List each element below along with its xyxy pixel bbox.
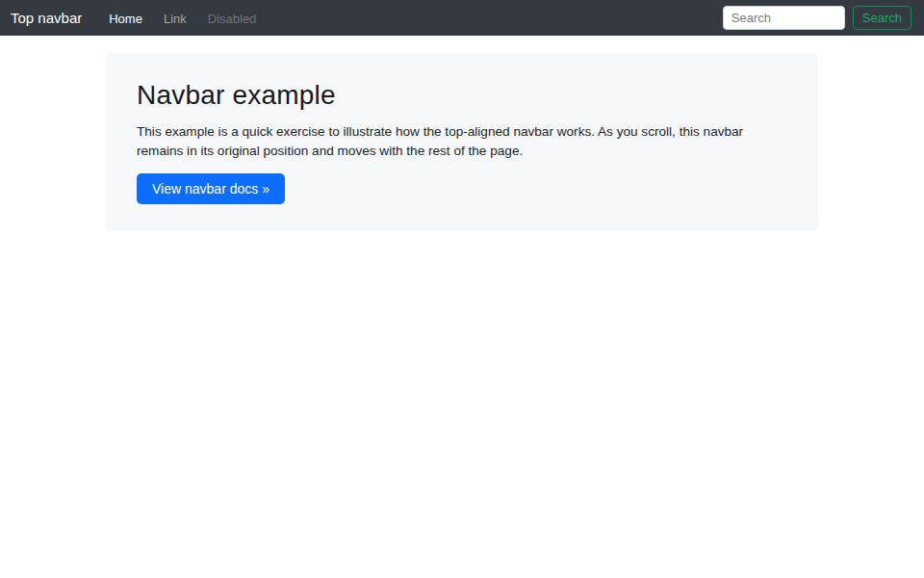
top-navbar: Top navbar Home Link Disabled Search xyxy=(0,0,924,36)
nav-item-link: Link xyxy=(153,10,197,27)
nav-item-disabled: Disabled xyxy=(197,10,268,27)
nav-item-home: Home xyxy=(98,10,153,27)
search-form: Search xyxy=(723,6,911,30)
main-content: Navbar example This example is a quick e… xyxy=(106,53,818,231)
view-navbar-docs-button[interactable]: View navbar docs » xyxy=(137,173,285,204)
nav-link-disabled: Disabled xyxy=(197,6,268,32)
jumbotron-description: This example is a quick exercise to illu… xyxy=(137,122,787,162)
nav-link-home[interactable]: Home xyxy=(98,6,153,32)
navbar-brand[interactable]: Top navbar xyxy=(11,11,82,25)
search-input[interactable] xyxy=(723,6,845,30)
navbar-nav: Home Link Disabled xyxy=(98,10,723,27)
jumbotron: Navbar example This example is a quick e… xyxy=(106,53,818,231)
page-title: Navbar example xyxy=(137,79,787,112)
nav-link-link[interactable]: Link xyxy=(153,6,197,32)
search-button[interactable]: Search xyxy=(853,6,911,30)
